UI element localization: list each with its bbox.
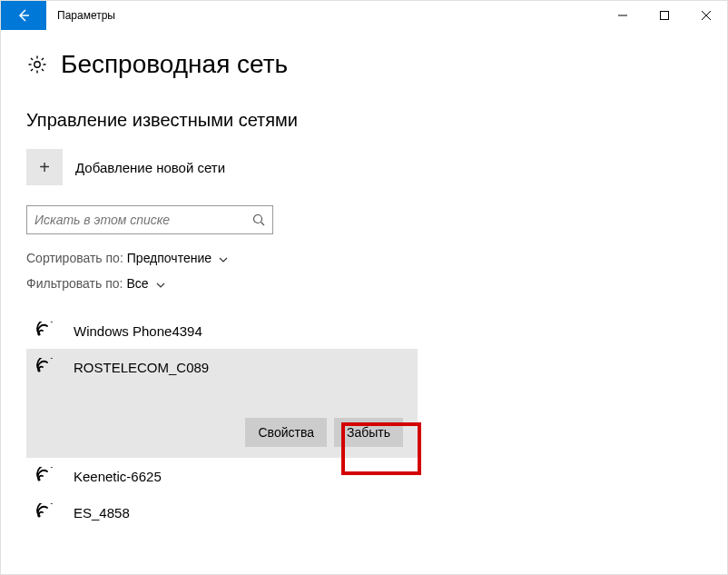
add-network-row[interactable]: + Добавление новой сети [26, 149, 702, 185]
svg-rect-2 [661, 12, 669, 20]
window-title: Параметры [57, 9, 115, 22]
content-area: Беспроводная сеть Управление известными … [1, 30, 727, 530]
network-name: ES_4858 [74, 505, 130, 520]
sort-dropdown[interactable]: Сортировать по: Предпочтение [26, 251, 702, 265]
network-item-selected[interactable]: ROSTELECOM_C089 Свойства Забыть [26, 349, 418, 458]
svg-point-11 [37, 514, 40, 517]
network-actions: Свойства Забыть [34, 418, 410, 447]
svg-point-6 [254, 215, 262, 223]
network-item[interactable]: Windows Phone4394 [26, 312, 702, 349]
gear-icon [26, 54, 48, 75]
chevron-down-icon [156, 276, 165, 291]
search-input[interactable] [27, 213, 245, 227]
settings-window: Параметры [0, 0, 728, 575]
wifi-icon [34, 322, 59, 340]
titlebar: Параметры [1, 1, 727, 30]
svg-line-7 [261, 223, 265, 226]
window-controls [602, 1, 727, 30]
wifi-icon [34, 467, 59, 485]
back-button[interactable] [1, 1, 46, 30]
section-title: Управление известными сетями [26, 110, 702, 131]
page-header: Беспроводная сеть [26, 50, 702, 79]
svg-point-8 [37, 332, 40, 335]
svg-point-5 [34, 62, 40, 67]
filter-label: Фильтровать по: [26, 276, 123, 291]
properties-button[interactable]: Свойства [245, 418, 326, 447]
minimize-icon [618, 11, 627, 20]
minimize-button[interactable] [602, 1, 644, 30]
forget-button[interactable]: Забыть [334, 418, 403, 447]
network-item[interactable]: ES_4858 [26, 494, 702, 530]
close-button[interactable] [685, 1, 727, 30]
network-name: ROSTELECOM_C089 [74, 360, 209, 375]
svg-point-9 [37, 369, 40, 372]
wifi-icon [34, 503, 59, 521]
add-network-label: Добавление новой сети [75, 160, 225, 175]
sort-label: Сортировать по: [26, 251, 123, 265]
wifi-icon [34, 358, 59, 376]
filter-dropdown[interactable]: Фильтровать по: Все [26, 276, 702, 291]
filter-value: Все [126, 276, 148, 291]
search-box[interactable] [26, 205, 273, 234]
network-item[interactable]: Keenetic-6625 [26, 458, 702, 494]
network-name: Keenetic-6625 [74, 469, 162, 484]
plus-icon: + [26, 149, 63, 185]
maximize-icon [660, 11, 669, 20]
page-title: Беспроводная сеть [61, 50, 288, 79]
sort-value: Предпочтение [127, 251, 212, 265]
maximize-button[interactable] [644, 1, 685, 30]
search-icon[interactable] [245, 213, 272, 226]
close-icon [702, 11, 711, 20]
network-name: Windows Phone4394 [74, 323, 202, 339]
chevron-down-icon [219, 251, 228, 265]
arrow-left-icon [16, 8, 31, 23]
svg-point-10 [37, 478, 40, 481]
network-list: Windows Phone4394 ROSTELECOM_C089 Свойст… [26, 312, 702, 530]
